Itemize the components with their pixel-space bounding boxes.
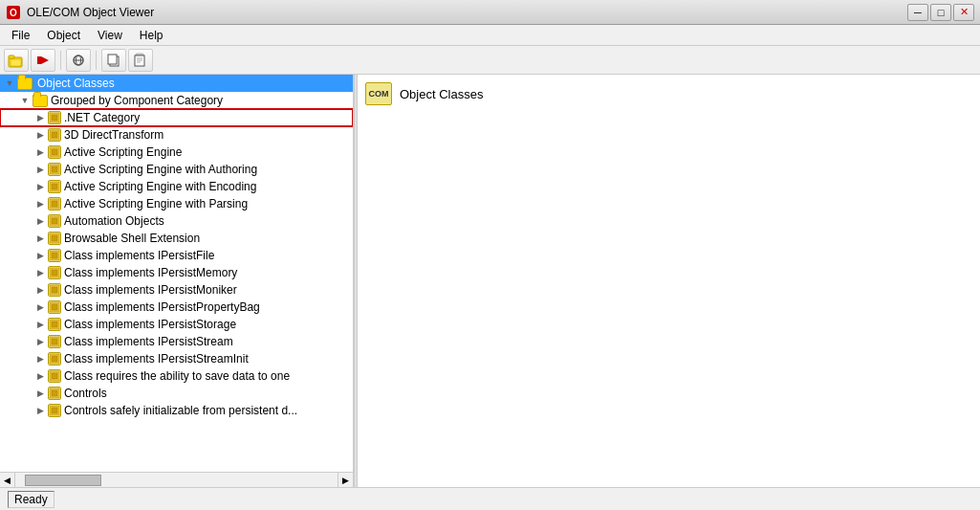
component-icon xyxy=(48,369,61,383)
tree-item-browsable-shell[interactable]: ▶ Browsable Shell Extension xyxy=(0,230,353,247)
svg-text:O: O xyxy=(10,8,17,18)
maximize-button[interactable]: □ xyxy=(930,4,951,21)
menu-view[interactable]: View xyxy=(90,27,130,44)
svg-rect-32 xyxy=(52,235,57,241)
menu-file[interactable]: File xyxy=(4,27,37,44)
tree-item-active-scripting-parsing[interactable]: ▶ Active Scripting Engine with Parsing xyxy=(0,195,353,212)
status-text: Ready xyxy=(8,491,54,508)
expand-icon: ▶ xyxy=(33,368,48,384)
tree-item-object-classes[interactable]: ▼ Object Classes xyxy=(0,75,353,92)
svg-rect-36 xyxy=(52,270,57,276)
expand-icon: ▼ xyxy=(17,93,33,108)
folder-icon xyxy=(33,95,48,107)
svg-rect-5 xyxy=(37,56,41,64)
expand-icon: ▶ xyxy=(33,403,48,418)
svg-rect-26 xyxy=(52,184,57,189)
component-icon xyxy=(48,197,61,211)
expand-icon: ▶ xyxy=(33,248,48,263)
title-bar-left: O OLE/COM Object Viewer xyxy=(6,5,154,20)
toolbar-open[interactable] xyxy=(4,49,29,72)
tree-item-ipersistmemory[interactable]: ▶ Class implements IPersistMemory xyxy=(0,264,353,281)
tree-item-ipersistmoniker[interactable]: ▶ Class implements IPersistMoniker xyxy=(0,281,353,299)
toolbar-network[interactable] xyxy=(66,49,91,72)
tree-item-net-category[interactable]: ▶ .NET Category xyxy=(0,109,353,126)
app-icon: O xyxy=(6,5,21,20)
tree-label: Class implements IPersistStorage xyxy=(64,318,236,331)
right-header: COM Object Classes xyxy=(365,82,972,109)
toolbar-stop[interactable] xyxy=(31,49,55,72)
svg-rect-46 xyxy=(52,356,57,362)
toolbar-copy[interactable] xyxy=(101,49,126,72)
scroll-right-button[interactable]: ▶ xyxy=(338,473,353,488)
svg-rect-48 xyxy=(52,373,57,379)
expand-icon: ▶ xyxy=(33,299,48,315)
svg-rect-22 xyxy=(52,149,57,155)
toolbar-sep-1 xyxy=(60,51,61,70)
tree-item-ipersistfile[interactable]: ▶ Class implements IPersistFile xyxy=(0,247,353,264)
expand-icon: ▶ xyxy=(33,265,48,280)
tree-label: Class implements IPersistFile xyxy=(64,249,214,262)
component-icon xyxy=(48,352,61,366)
expand-icon: ▶ xyxy=(33,231,48,246)
svg-rect-28 xyxy=(52,201,57,207)
component-icon xyxy=(48,214,61,228)
tree-label: 3D DirectTransform xyxy=(64,128,163,142)
main-content: ▼ Object Classes ▼ Grouped by Component … xyxy=(0,75,980,487)
expand-icon: ▶ xyxy=(33,144,48,160)
right-pane-title: Object Classes xyxy=(400,87,483,101)
component-icon xyxy=(48,249,61,262)
component-icon xyxy=(48,163,61,176)
expand-icon: ▶ xyxy=(33,351,48,366)
tree-item-automation[interactable]: ▶ Automation Objects xyxy=(0,212,353,230)
expand-icon: ▶ xyxy=(33,162,48,177)
tree-item-ipersiststorage[interactable]: ▶ Class implements IPersistStorage xyxy=(0,316,353,333)
tree-item-ipersiststream[interactable]: ▶ Class implements IPersistStream xyxy=(0,333,353,350)
tree-label: Class implements IPersistStreamInit xyxy=(64,352,249,366)
tree-item-class-save[interactable]: ▶ Class requires the ability to save dat… xyxy=(0,367,353,385)
tree-item-controls-safe[interactable]: ▶ Controls safely initializable from per… xyxy=(0,402,353,419)
tree-label: Class implements IPersistMoniker xyxy=(64,283,237,297)
close-button[interactable]: ✕ xyxy=(953,4,974,21)
tree-label: Browsable Shell Extension xyxy=(64,232,200,245)
component-icon xyxy=(48,128,61,142)
tree-label: Automation Objects xyxy=(64,214,164,228)
tree-pane: ▼ Object Classes ▼ Grouped by Component … xyxy=(0,75,354,487)
tree-item-grouped[interactable]: ▼ Grouped by Component Category xyxy=(0,92,353,109)
svg-rect-18 xyxy=(52,115,57,121)
expand-icon: ▶ xyxy=(33,386,48,401)
svg-rect-4 xyxy=(11,59,21,66)
scroll-left-button[interactable]: ◀ xyxy=(0,473,15,488)
component-icon xyxy=(48,335,61,348)
component-icon xyxy=(48,404,61,417)
svg-rect-30 xyxy=(52,218,57,224)
expand-icon: ▶ xyxy=(33,334,48,349)
tree-label: Active Scripting Engine with Authoring xyxy=(64,163,257,176)
tree-item-3d[interactable]: ▶ 3D DirectTransform xyxy=(0,126,353,144)
status-bar: Ready xyxy=(0,487,980,510)
tree-container[interactable]: ▼ Object Classes ▼ Grouped by Component … xyxy=(0,75,353,472)
component-icon xyxy=(48,232,61,245)
menu-bar: File Object View Help xyxy=(0,25,980,46)
menu-help[interactable]: Help xyxy=(132,27,171,44)
menu-object[interactable]: Object xyxy=(39,27,88,44)
svg-rect-50 xyxy=(52,390,57,396)
tree-item-active-scripting-authoring[interactable]: ▶ Active Scripting Engine with Authoring xyxy=(0,161,353,178)
tree-item-active-scripting-encoding[interactable]: ▶ Active Scripting Engine with Encoding xyxy=(0,178,353,195)
component-icon xyxy=(48,283,61,297)
toolbar-paste[interactable] xyxy=(128,49,153,72)
tree-item-ipersiststreaminit[interactable]: ▶ Class implements IPersistStreamInit xyxy=(0,350,353,367)
tree-item-controls[interactable]: ▶ Controls xyxy=(0,385,353,402)
tree-label: Class implements IPersistStream xyxy=(64,335,233,348)
svg-rect-44 xyxy=(52,339,57,344)
toolbar-sep-2 xyxy=(96,51,97,70)
tree-item-active-scripting[interactable]: ▶ Active Scripting Engine xyxy=(0,144,353,161)
svg-rect-42 xyxy=(52,322,57,327)
tree-label: Class implements IPersistMemory xyxy=(64,266,237,279)
scroll-thumb[interactable] xyxy=(25,475,101,486)
component-icon xyxy=(48,318,61,331)
svg-marker-6 xyxy=(41,56,49,64)
component-icon xyxy=(48,300,61,314)
tree-item-ipersistpropertybag[interactable]: ▶ Class implements IPersistPropertyBag xyxy=(0,299,353,316)
horizontal-scrollbar[interactable]: ◀ ▶ xyxy=(0,472,353,487)
minimize-button[interactable]: ─ xyxy=(907,4,928,21)
